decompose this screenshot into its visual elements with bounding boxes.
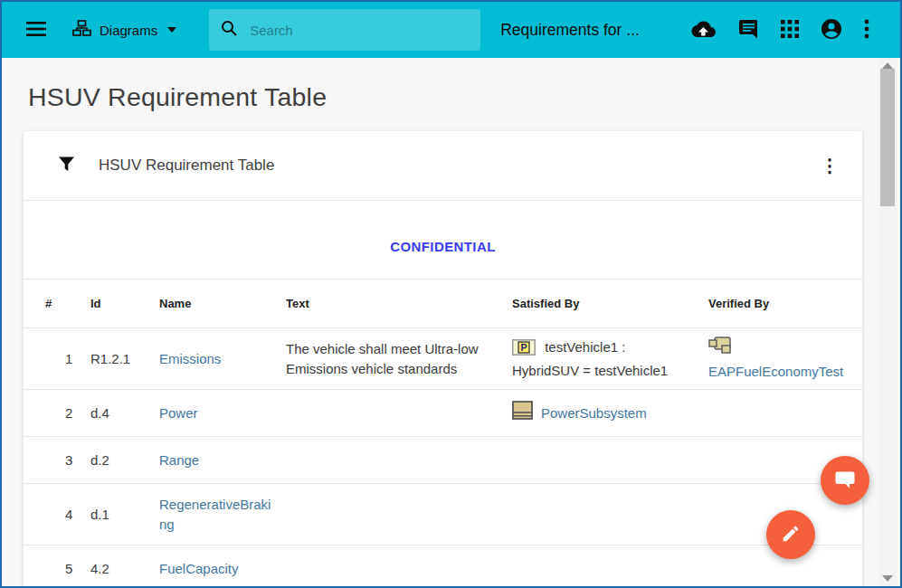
- req-id: d.2: [83, 437, 156, 484]
- topbar-actions: [691, 18, 869, 43]
- filter-funnel-icon: [58, 156, 75, 175]
- req-name-link[interactable]: RegenerativeBraking: [159, 497, 271, 532]
- chevron-down-icon: [167, 27, 176, 33]
- satisfied-by-cell: P testVehicle1 : HybridSUV = testVehicle…: [507, 328, 701, 390]
- account-button[interactable]: [821, 18, 842, 43]
- req-name-link[interactable]: FuelCapacity: [159, 561, 239, 576]
- hamburger-menu-button[interactable]: [25, 21, 47, 40]
- scroll-down-arrow-icon[interactable]: [882, 575, 893, 582]
- verified-by-link[interactable]: EAPFuelEconomyTest: [708, 364, 843, 379]
- req-text: The vehicle shall meet Ultra-low Emissio…: [282, 328, 507, 390]
- apps-grid-icon: [781, 20, 799, 41]
- column-header-id: Id: [83, 280, 156, 328]
- svg-text:P: P: [520, 341, 527, 352]
- more-menu-button[interactable]: [864, 19, 869, 42]
- diagrams-label: Diagrams: [100, 23, 157, 38]
- column-header-satisfied-by: Satisfied By: [507, 280, 701, 328]
- pencil-icon: [781, 524, 801, 546]
- block-icon: [512, 401, 533, 425]
- req-name-link[interactable]: Range: [159, 452, 199, 468]
- app-window: Diagrams Requirements for ...: [0, 0, 902, 588]
- card-header: HSUV Requirement Table ⋮: [24, 131, 862, 201]
- scroll-up-arrow-icon[interactable]: [882, 62, 893, 69]
- satisfied-by-link[interactable]: PowerSubsystem: [541, 403, 647, 423]
- diagram-tree-icon: [72, 20, 91, 40]
- req-id: 4.2: [83, 545, 156, 588]
- chat-fab[interactable]: [821, 456, 869, 505]
- vertical-scrollbar[interactable]: [878, 58, 897, 586]
- more-vert-icon: [864, 19, 869, 42]
- topbar-title: Requirements for ...: [500, 21, 640, 40]
- comment-icon: [737, 19, 759, 42]
- comments-button[interactable]: [737, 19, 759, 42]
- card-menu-button[interactable]: ⋮: [812, 151, 848, 180]
- row-number: 1: [24, 328, 83, 390]
- topbar: Diagrams Requirements for ...: [2, 2, 900, 58]
- table-row: 2 d.4 Power: [24, 390, 862, 437]
- column-header-name: Name: [156, 280, 282, 328]
- account-icon: [821, 18, 842, 43]
- req-name-link[interactable]: Power: [159, 405, 198, 421]
- page-title: HSUV Requirement Table: [28, 82, 900, 112]
- search-icon: [220, 19, 238, 41]
- hamburger-icon: [25, 21, 47, 40]
- chat-bubble-icon: [834, 469, 857, 493]
- edit-fab[interactable]: [766, 510, 815, 559]
- search-input[interactable]: [250, 23, 470, 38]
- row-number: 5: [24, 545, 83, 588]
- column-header-verified-by: Verified By: [701, 280, 862, 328]
- apps-button[interactable]: [781, 20, 799, 41]
- part-property-icon: P: [512, 343, 539, 358]
- table-row: 1 R1.2.1 Emissions The vehicle shall mee…: [24, 328, 862, 390]
- req-id: d.4: [83, 390, 156, 437]
- diagrams-dropdown[interactable]: Diagrams: [72, 20, 176, 40]
- cloud-upload-icon: [691, 20, 716, 41]
- search-box[interactable]: [209, 9, 480, 51]
- req-id: d.1: [83, 484, 156, 545]
- column-header-text: Text: [282, 280, 507, 328]
- column-header-number: #: [24, 280, 83, 328]
- report-card: HSUV Requirement Table ⋮ CONFIDENTIAL # …: [24, 131, 862, 588]
- row-number: 4: [24, 484, 83, 545]
- table-row: 5 4.2 FuelCapacity: [24, 545, 862, 588]
- verified-by-cell: EAPFuelEconomyTest: [701, 328, 862, 390]
- test-case-icon: [708, 337, 862, 360]
- table-header-row: # Id Name Text Satisfied By Verified By: [24, 280, 862, 328]
- req-name-link[interactable]: Emissions: [159, 351, 221, 366]
- card-title: HSUV Requirement Table: [99, 156, 274, 175]
- row-number: 3: [24, 437, 83, 484]
- row-number: 2: [24, 390, 83, 437]
- req-id: R1.2.1: [83, 328, 156, 390]
- satisfied-by-cell: PowerSubsystem: [507, 390, 701, 437]
- table-row: 3 d.2 Range: [24, 437, 862, 484]
- publish-button[interactable]: [691, 20, 716, 41]
- table-row: 4 d.1 RegenerativeBraking: [24, 484, 862, 545]
- scrollbar-thumb[interactable]: [880, 69, 895, 206]
- confidential-watermark: CONFIDENTIAL: [24, 201, 862, 279]
- requirements-table: # Id Name Text Satisfied By Verified By …: [24, 279, 862, 588]
- filter-button[interactable]: [58, 156, 75, 175]
